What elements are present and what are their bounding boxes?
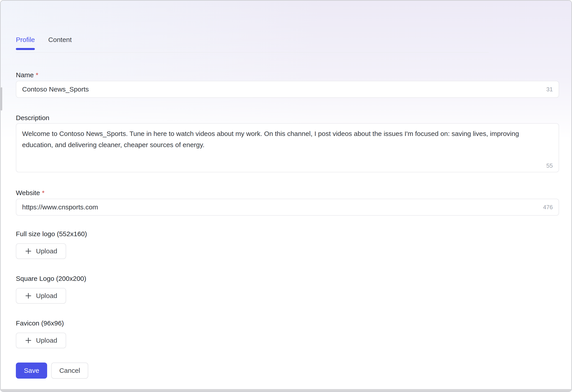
horizontal-scrollbar[interactable] [1,389,571,391]
website-field-wrap: 476 [16,199,559,216]
name-input[interactable] [16,81,559,98]
app-window: Profile Content Name* 31 Description 55 … [0,0,572,392]
name-label-text: Name [16,71,34,78]
description-field-wrap: 55 [16,123,559,172]
tab-content-label: Content [48,36,72,43]
description-textarea[interactable] [16,123,559,172]
fullsize-logo-upload-button[interactable]: Upload [16,243,66,259]
description-label-text: Description [16,114,49,122]
active-tab-indicator [16,48,35,50]
description-label: Description [16,114,571,122]
fullsize-logo-label: Full size logo (552x160) [16,230,571,238]
description-char-counter: 55 [546,162,553,169]
save-button[interactable]: Save [16,362,47,379]
favicon-label: Favicon (96x96) [16,319,571,327]
tab-profile-label: Profile [16,36,35,43]
name-label: Name* [16,71,571,79]
website-input[interactable] [16,199,559,216]
tab-bar-divider [16,52,489,53]
upload-button-label: Upload [36,336,57,345]
tab-content[interactable]: Content [48,36,72,44]
cancel-button[interactable]: Cancel [51,362,88,379]
upload-button-label: Upload [36,247,57,255]
tab-profile[interactable]: Profile [16,36,35,44]
vertical-scrollbar-thumb[interactable] [1,87,2,110]
upload-button-label: Upload [36,292,57,300]
website-label-text: Website [16,189,40,196]
square-logo-label: Square Logo (200x200) [16,275,571,282]
plus-icon [25,337,32,344]
name-char-counter: 31 [546,86,553,93]
plus-icon [25,248,32,255]
plus-icon [25,292,32,299]
square-logo-upload-button[interactable]: Upload [16,288,66,304]
form-actions: Save Cancel [16,362,571,379]
required-asterisk: * [42,189,45,196]
required-asterisk: * [36,71,38,78]
favicon-upload-button[interactable]: Upload [16,333,66,348]
website-label: Website* [16,189,571,197]
profile-form-page: Profile Content Name* 31 Description 55 … [1,1,571,379]
tab-bar: Profile Content [16,1,571,44]
name-field-wrap: 31 [16,81,559,98]
website-char-counter: 476 [543,204,553,211]
